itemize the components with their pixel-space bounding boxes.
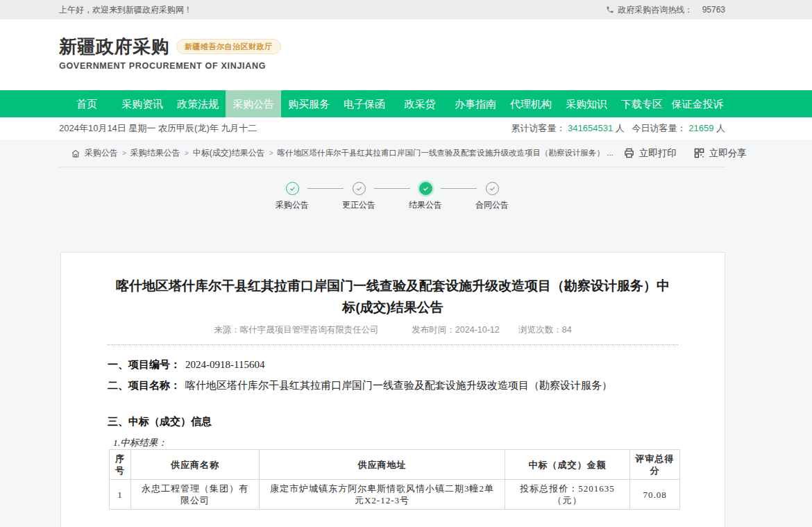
col-header-supplier-name: 供应商名称: [131, 450, 260, 480]
source-value: 喀什宇晟项目管理咨询有限责任公司: [240, 325, 379, 335]
project-number-label: 一、项目编号：: [108, 358, 180, 370]
site-header: 新疆政府采购 新疆维吾尔自治区财政厅 GOVERNMENT PROCUREMEN…: [0, 19, 812, 90]
breadcrumb-item-current: 喀什地区塔什库尔干县红其拉甫口岸国门一线查验及配套设施升级改造项目（勘察设计服务…: [278, 148, 614, 158]
announcement-title: 喀什地区塔什库尔干县红其拉甫口岸国门一线查验及配套设施升级改造项目（勘察设计服务…: [111, 275, 675, 318]
nav-item-guide[interactable]: 办事指南: [448, 90, 503, 117]
nav-item-home[interactable]: 首页: [59, 90, 115, 117]
table-row: 1 永忠工程管理（集团）有限公司 康定市炉城镇东方阿尔卑斯情歌风情小镇二期3幢2…: [110, 480, 680, 510]
step-procurement-announcement[interactable]: 采购公告: [286, 182, 298, 221]
announcement-meta: 来源：喀什宇晟项目管理咨询有限责任公司 发布时间：2024-10-12 浏览次数…: [108, 324, 678, 336]
check-icon: [422, 185, 430, 192]
views-label: 浏览次数：: [518, 325, 562, 335]
col-header-award-amount: 中标（成交）金额: [505, 450, 630, 480]
step-connector: [365, 182, 419, 194]
check-icon: [289, 185, 296, 192]
print-button[interactable]: 立即打印: [623, 147, 677, 160]
award-result-table: 序号 供应商名称 供应商地址 中标（成交）金额 评审总得分 1 永忠工程管理（集…: [109, 449, 680, 510]
total-visitors-unit: 人: [616, 123, 625, 133]
breadcrumb-item-award-results[interactable]: 中标(成交)结果公告: [193, 147, 265, 159]
today-visitors-label: 今日访客量：: [632, 123, 686, 133]
breadcrumb-separator: >: [185, 149, 189, 157]
today-visitors-value: 21659: [688, 123, 713, 133]
nav-item-purchase-service[interactable]: 购买服务: [281, 90, 337, 117]
project-name-value: 喀什地区塔什库尔干县红其拉甫口岸国门一线查验及配套设施升级改造项目（勘察设计服务…: [185, 380, 612, 391]
check-icon: [355, 185, 363, 192]
project-name-row: 二、项目名称：喀什地区塔什库尔干县红其拉甫口岸国门一线查验及配套设施升级改造项目…: [108, 378, 678, 392]
hotline-label: 政府采购咨询热线：: [618, 4, 693, 16]
share-button[interactable]: 立即分享: [693, 147, 747, 160]
total-visitors-value: 341654531: [568, 123, 613, 133]
nav-item-knowledge[interactable]: 采购知识: [559, 90, 614, 117]
hotline-number: 95763: [702, 5, 725, 15]
breadcrumb-separator: >: [122, 149, 126, 157]
date-text: 2024年10月14日 星期一 农历甲辰(龙)年 九月十二: [59, 122, 257, 135]
award-info-heading: 三、中标（成交）信息: [108, 415, 678, 428]
share-label: 立即分享: [709, 147, 747, 160]
main-nav: 首页 采购资讯 政策法规 采购公告 购买服务 电子保函 政采贷 办事指南 代理机…: [0, 90, 812, 117]
cell-supplier-name: 永忠工程管理（集团）有限公司: [131, 480, 260, 510]
nav-item-announcements[interactable]: 采购公告: [226, 90, 281, 117]
publish-time-label: 发布时间：: [412, 325, 455, 335]
nav-item-gov-loan[interactable]: 政采贷: [392, 90, 448, 117]
nav-item-downloads[interactable]: 下载专区: [614, 90, 670, 117]
nav-item-e-guarantee[interactable]: 电子保函: [337, 90, 392, 117]
home-icon[interactable]: [71, 149, 81, 158]
cell-review-score: 70.08: [630, 480, 680, 510]
today-visitors-unit: 人: [716, 123, 725, 133]
site-logo-title[interactable]: 新疆政府采购: [59, 37, 169, 56]
project-name-label: 二、项目名称：: [108, 379, 180, 391]
project-number-row: 一、项目编号：2024-0918-115604: [108, 358, 678, 371]
cell-index: 1: [110, 480, 131, 510]
top-utility-bar: 上午好，欢迎来到新疆政府采购网！ 政府采购咨询热线： 95763: [0, 0, 812, 19]
check-icon: [489, 185, 496, 192]
content-area: 采购公告 > 采购结果公告 > 中标(成交)结果公告 > 喀什地区塔什库尔干县红…: [0, 140, 812, 527]
source-label: 来源：: [214, 325, 240, 335]
step-connector: [298, 182, 353, 194]
authority-badge: 新疆维吾尔自治区财政厅: [176, 39, 281, 54]
cell-award-amount: 投标总报价：5201635（元）: [505, 480, 630, 510]
nav-item-agency[interactable]: 代理机构: [503, 90, 559, 117]
step-correction-announcement[interactable]: 更正公告: [353, 182, 365, 221]
step-contract-announcement[interactable]: 合同公告: [486, 182, 498, 221]
step-label: 合同公告: [475, 199, 509, 211]
info-bar: 2024年10月14日 星期一 农历甲辰(龙)年 九月十二 累计访客量： 341…: [0, 117, 812, 140]
breadcrumb-item-result-announcements[interactable]: 采购结果公告: [130, 147, 180, 159]
project-number-value: 2024-0918-115604: [185, 359, 264, 370]
step-label: 更正公告: [342, 199, 375, 211]
total-visitors-label: 累计访客量：: [511, 123, 565, 133]
divider: [108, 344, 678, 345]
step-label: 采购公告: [276, 199, 309, 211]
table-header-row: 序号 供应商名称 供应商地址 中标（成交）金额 评审总得分: [110, 450, 680, 480]
welcome-text: 上午好，欢迎来到新疆政府采购网！: [59, 4, 192, 16]
print-label: 立即打印: [639, 147, 677, 160]
announcement-article: 喀什地区塔什库尔干县红其拉甫口岸国门一线查验及配套设施升级改造项目（勘察设计服务…: [60, 252, 725, 527]
col-header-review-score: 评审总得分: [630, 450, 680, 480]
nav-item-news[interactable]: 采购资讯: [115, 90, 170, 117]
col-header-index: 序号: [110, 450, 131, 480]
visitor-stats: 累计访客量： 341654531 人 今日访客量： 21659 人: [511, 122, 725, 135]
site-logo-subtitle: GOVERNMENT PROCUREMENT OF XINJIANG: [59, 61, 725, 71]
nav-item-policy[interactable]: 政策法规: [170, 90, 226, 117]
progress-steps: 采购公告 更正公告 结果公告 合同公告: [59, 167, 725, 221]
breadcrumb: 采购公告 > 采购结果公告 > 中标(成交)结果公告 > 喀什地区塔什库尔干县红…: [0, 140, 812, 167]
publish-time-value: 2024-10-12: [455, 325, 500, 335]
breadcrumb-item-announcements[interactable]: 采购公告: [85, 147, 118, 159]
nav-item-deposit-complaint[interactable]: 保证金投诉: [670, 90, 725, 117]
award-result-label: 1.中标结果：: [113, 437, 678, 449]
col-header-supplier-address: 供应商地址: [260, 450, 505, 480]
phone-icon: [606, 6, 614, 14]
step-result-announcement[interactable]: 结果公告: [419, 182, 432, 221]
step-label: 结果公告: [409, 199, 442, 211]
views-value: 84: [562, 325, 572, 335]
qr-code-icon: [693, 147, 705, 159]
step-connector: [432, 182, 486, 194]
printer-icon: [623, 147, 635, 159]
cell-supplier-address: 康定市炉城镇东方阿尔卑斯情歌风情小镇二期3幢2单元X2-12-3号: [260, 480, 505, 510]
breadcrumb-separator: >: [269, 149, 273, 157]
